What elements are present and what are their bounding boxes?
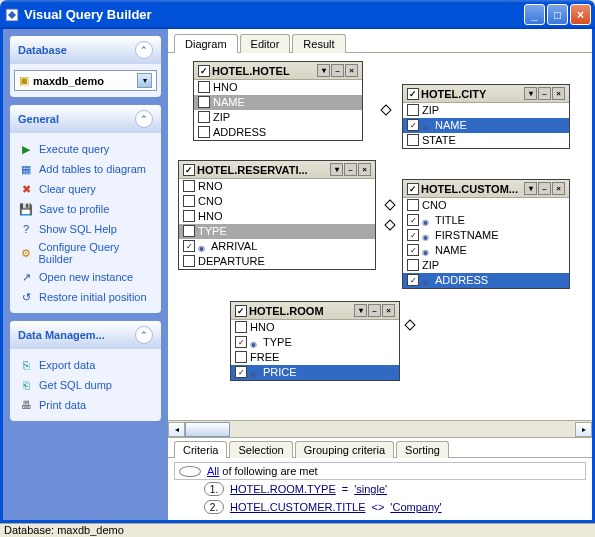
table-close-button[interactable]: ×: [358, 163, 371, 176]
tab-sorting[interactable]: Sorting: [396, 441, 449, 458]
column-row[interactable]: HNO: [231, 320, 399, 335]
table-title[interactable]: ✓ HOTEL.ROOM ▾–×: [231, 302, 399, 320]
criteria-field[interactable]: HOTEL.ROOM.TYPE: [230, 483, 336, 495]
sidebar-item[interactable]: ↺Restore initial position: [14, 287, 157, 307]
table-min-button[interactable]: –: [538, 182, 551, 195]
column-row[interactable]: CNO: [403, 198, 569, 213]
column-row[interactable]: ✓ARRIVAL: [179, 239, 375, 254]
criteria-op[interactable]: =: [342, 483, 348, 495]
diagram-canvas[interactable]: ✓ HOTEL.HOTEL ▾–× HNONAMEZIPADDRESS ✓ HO…: [168, 53, 592, 420]
column-row[interactable]: ✓FIRSTNAME: [403, 228, 569, 243]
table-checkbox[interactable]: ✓: [183, 164, 195, 176]
table-menu-button[interactable]: ▾: [524, 182, 537, 195]
column-checkbox[interactable]: ✓: [407, 119, 419, 131]
criteria-all-link[interactable]: All: [207, 465, 219, 477]
database-panel-header[interactable]: Database ⌃: [10, 36, 161, 64]
table-menu-button[interactable]: ▾: [524, 87, 537, 100]
table-title[interactable]: ✓ HOTEL.CITY ▾–×: [403, 85, 569, 103]
criteria-op[interactable]: <>: [371, 501, 384, 513]
column-row[interactable]: ZIP: [194, 110, 362, 125]
table-customer[interactable]: ✓ HOTEL.CUSTOM... ▾–× CNO✓TITLE✓FIRSTNAM…: [402, 179, 570, 289]
column-checkbox[interactable]: [198, 96, 210, 108]
table-min-button[interactable]: –: [331, 64, 344, 77]
tab-criteria[interactable]: Criteria: [174, 441, 227, 458]
column-checkbox[interactable]: [198, 126, 210, 138]
criteria-root[interactable]: All of following are met: [174, 462, 586, 480]
table-min-button[interactable]: –: [344, 163, 357, 176]
column-row[interactable]: ✓ADDRESS: [403, 273, 569, 288]
minimize-button[interactable]: _: [524, 4, 545, 25]
criteria-root-icon[interactable]: [179, 466, 201, 477]
column-row[interactable]: HNO: [179, 209, 375, 224]
sidebar-item[interactable]: ↗Open new instance: [14, 267, 157, 287]
criteria-row[interactable]: 1.HOTEL.ROOM.TYPE = 'single': [174, 480, 586, 498]
sidebar-item[interactable]: ?Show SQL Help: [14, 219, 157, 239]
sidebar-item[interactable]: 💾Save to profile: [14, 199, 157, 219]
column-checkbox[interactable]: [183, 195, 195, 207]
table-reservation[interactable]: ✓ HOTEL.RESERVATI... ▾–× RNOCNOHNOTYPE✓A…: [178, 160, 376, 270]
column-checkbox[interactable]: [407, 199, 419, 211]
table-min-button[interactable]: –: [368, 304, 381, 317]
table-min-button[interactable]: –: [538, 87, 551, 100]
general-panel-header[interactable]: General ⌃: [10, 105, 161, 133]
collapse-icon[interactable]: ⌃: [135, 326, 153, 344]
join-node[interactable]: [384, 199, 395, 210]
criteria-value[interactable]: 'Company': [390, 501, 441, 513]
table-city[interactable]: ✓ HOTEL.CITY ▾–× ZIP✓NAMESTATE: [402, 84, 570, 149]
column-checkbox[interactable]: ✓: [407, 244, 419, 256]
column-row[interactable]: TYPE: [179, 224, 375, 239]
tab-diagram[interactable]: Diagram: [174, 34, 238, 53]
collapse-icon[interactable]: ⌃: [135, 41, 153, 59]
join-node[interactable]: [380, 104, 391, 115]
column-checkbox[interactable]: [407, 104, 419, 116]
join-node[interactable]: [384, 219, 395, 230]
column-row[interactable]: ✓NAME: [403, 118, 569, 133]
table-close-button[interactable]: ×: [382, 304, 395, 317]
tab-grouping-criteria[interactable]: Grouping criteria: [295, 441, 394, 458]
column-checkbox[interactable]: [235, 351, 247, 363]
table-title[interactable]: ✓ HOTEL.RESERVATI... ▾–×: [179, 161, 375, 179]
column-row[interactable]: DEPARTURE: [179, 254, 375, 269]
table-checkbox[interactable]: ✓: [235, 305, 247, 317]
join-node[interactable]: [404, 319, 415, 330]
column-checkbox[interactable]: [198, 111, 210, 123]
scroll-right-button[interactable]: ▸: [575, 422, 592, 437]
tab-result[interactable]: Result: [292, 34, 345, 53]
table-close-button[interactable]: ×: [345, 64, 358, 77]
table-close-button[interactable]: ×: [552, 182, 565, 195]
column-row[interactable]: ADDRESS: [194, 125, 362, 140]
column-checkbox[interactable]: [183, 180, 195, 192]
scroll-thumb[interactable]: [185, 422, 230, 437]
column-checkbox[interactable]: ✓: [183, 240, 195, 252]
table-title[interactable]: ✓ HOTEL.HOTEL ▾–×: [194, 62, 362, 80]
column-checkbox[interactable]: [183, 225, 195, 237]
column-row[interactable]: FREE: [231, 350, 399, 365]
column-row[interactable]: HNO: [194, 80, 362, 95]
column-row[interactable]: CNO: [179, 194, 375, 209]
column-checkbox[interactable]: [198, 81, 210, 93]
column-row[interactable]: RNO: [179, 179, 375, 194]
sidebar-item[interactable]: 🖶Print data: [14, 395, 157, 415]
table-checkbox[interactable]: ✓: [407, 88, 419, 100]
sidebar-item[interactable]: ⎘Export data: [14, 355, 157, 375]
dropdown-arrow-icon[interactable]: ▾: [137, 73, 152, 88]
collapse-icon[interactable]: ⌃: [135, 110, 153, 128]
table-checkbox[interactable]: ✓: [198, 65, 210, 77]
table-menu-button[interactable]: ▾: [354, 304, 367, 317]
column-checkbox[interactable]: ✓: [407, 274, 419, 286]
data-panel-header[interactable]: Data Managem... ⌃: [10, 321, 161, 349]
sidebar-item[interactable]: ▶Execute query: [14, 139, 157, 159]
close-button[interactable]: ×: [570, 4, 591, 25]
column-row[interactable]: ZIP: [403, 103, 569, 118]
column-row[interactable]: NAME: [194, 95, 362, 110]
column-row[interactable]: ✓TITLE: [403, 213, 569, 228]
sidebar-item[interactable]: ⚙Configure Query Builder: [14, 239, 157, 267]
column-row[interactable]: ZIP: [403, 258, 569, 273]
column-checkbox[interactable]: [407, 134, 419, 146]
table-close-button[interactable]: ×: [552, 87, 565, 100]
titlebar[interactable]: Visual Query Builder _ □ ×: [0, 0, 595, 29]
scroll-track[interactable]: [185, 422, 575, 437]
column-checkbox[interactable]: [183, 255, 195, 267]
criteria-field[interactable]: HOTEL.CUSTOMER.TITLE: [230, 501, 365, 513]
table-checkbox[interactable]: ✓: [407, 183, 419, 195]
